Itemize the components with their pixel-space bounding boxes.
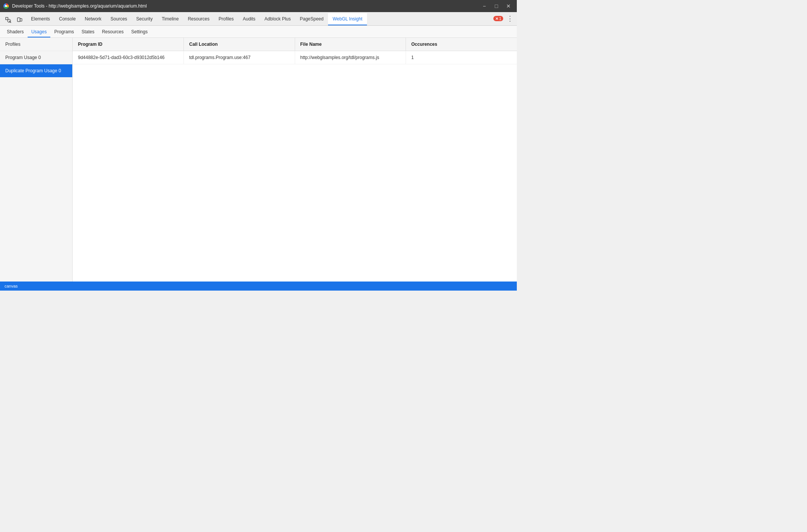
maximize-button[interactable]: □ bbox=[491, 2, 502, 10]
col-header-program_id: Program ID bbox=[73, 38, 184, 51]
cell-call_location: tdl.programs.Program.use:467 bbox=[184, 51, 295, 64]
webgl-panel-tabs: ShadersUsagesProgramsStatesResourcesSett… bbox=[0, 26, 517, 38]
devtools-tab-profiles[interactable]: Profiles bbox=[214, 13, 238, 25]
sidebar-item-duplicate-program-usage-0[interactable]: Duplicate Program Usage 0 bbox=[0, 64, 72, 78]
col-header-file_name: File Name bbox=[295, 38, 406, 51]
svg-rect-3 bbox=[6, 17, 8, 20]
panel-tab-settings[interactable]: Settings bbox=[128, 27, 151, 37]
svg-rect-6 bbox=[17, 18, 20, 22]
table-row: 9d44882e-5d71-dad3-60c3-d93012d5b146tdl.… bbox=[73, 51, 517, 64]
devtools-main-tabs: ElementsConsoleNetworkSourcesSecurityTim… bbox=[26, 13, 367, 25]
devtools-tab-resources[interactable]: Resources bbox=[183, 13, 214, 25]
devtools-tab-sources[interactable]: Sources bbox=[106, 13, 132, 25]
statusbar: canvas bbox=[0, 282, 517, 291]
more-menu-button[interactable]: ⋮ bbox=[505, 13, 515, 24]
sidebar-item-profiles[interactable]: Profiles bbox=[0, 38, 72, 51]
table-body: 9d44882e-5d71-dad3-60c3-d93012d5b146tdl.… bbox=[73, 51, 517, 64]
panel-tab-shaders[interactable]: Shaders bbox=[3, 27, 28, 37]
titlebar-title: Developer Tools - http://webglsamples.or… bbox=[12, 3, 476, 9]
col-header-call_location: Call Location bbox=[184, 38, 295, 51]
devtools-tab-webgl-insight[interactable]: WebGL Insight bbox=[328, 13, 367, 25]
inspect-element-button[interactable] bbox=[3, 15, 14, 25]
svg-point-2 bbox=[5, 5, 7, 7]
devtools-tab-network[interactable]: Network bbox=[80, 13, 106, 25]
sidebar-item-program-usage-0[interactable]: Program Usage 0 bbox=[0, 51, 72, 64]
error-x-icon: ✕ bbox=[495, 17, 498, 21]
devtools-tab-adblock-plus[interactable]: Adblock Plus bbox=[260, 13, 295, 25]
table-header: Program IDCall LocationFile NameOccurenc… bbox=[73, 38, 517, 51]
error-count: 1 bbox=[499, 16, 501, 21]
devtools-tab-pagespeed[interactable]: PageSpeed bbox=[295, 13, 328, 25]
close-button[interactable]: ✕ bbox=[503, 2, 514, 10]
chrome-icon bbox=[3, 3, 9, 9]
minimize-button[interactable]: − bbox=[479, 2, 490, 10]
main-content: ProfilesProgram Usage 0Duplicate Program… bbox=[0, 38, 517, 282]
cell-file_name: http://webglsamples.org/tdl/programs.js bbox=[295, 51, 406, 64]
sidebar: ProfilesProgram Usage 0Duplicate Program… bbox=[0, 38, 73, 282]
devtools-tab-elements[interactable]: Elements bbox=[26, 13, 54, 25]
cell-program_id: 9d44882e-5d71-dad3-60c3-d93012d5b146 bbox=[73, 51, 184, 64]
devtools-tab-console[interactable]: Console bbox=[54, 13, 80, 25]
table-area: Program IDCall LocationFile NameOccurenc… bbox=[73, 38, 517, 282]
devtools-tab-timeline[interactable]: Timeline bbox=[157, 13, 183, 25]
cell-occurrences: 1 bbox=[406, 51, 517, 64]
titlebar: Developer Tools - http://webglsamples.or… bbox=[0, 0, 517, 12]
col-header-occurrences: Occurences bbox=[406, 38, 517, 51]
devtools-tab-security[interactable]: Security bbox=[132, 13, 157, 25]
svg-rect-7 bbox=[20, 19, 22, 21]
panel-tab-states[interactable]: States bbox=[78, 27, 98, 37]
devtools-tab-audits[interactable]: Audits bbox=[238, 13, 260, 25]
device-mode-button[interactable] bbox=[14, 15, 25, 25]
statusbar-text: canvas bbox=[5, 284, 18, 288]
data-table: Program IDCall LocationFile NameOccurenc… bbox=[73, 38, 517, 64]
panel-tab-programs[interactable]: Programs bbox=[50, 27, 78, 37]
devtools-tab-bar-right: ✕ 1 ⋮ bbox=[493, 13, 515, 25]
panel-tab-resources[interactable]: Resources bbox=[98, 27, 127, 37]
panel-tab-usages[interactable]: Usages bbox=[28, 27, 51, 37]
devtools-icons-left bbox=[2, 15, 26, 25]
error-badge: ✕ 1 bbox=[493, 16, 503, 21]
window-controls: − □ ✕ bbox=[479, 2, 514, 10]
devtools-tab-bar: ElementsConsoleNetworkSourcesSecurityTim… bbox=[0, 12, 517, 26]
